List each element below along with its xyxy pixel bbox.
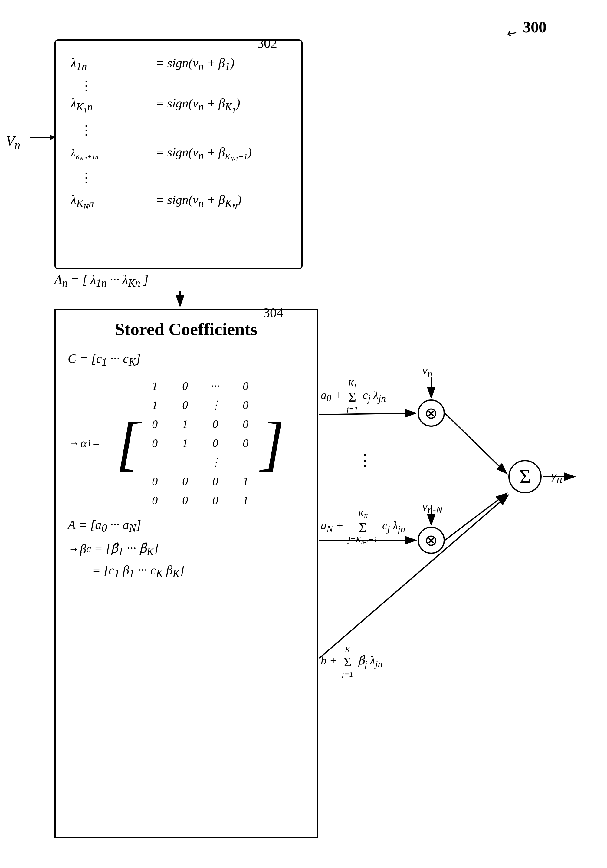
- stored-coefficients-title: Stored Coefficients: [68, 319, 304, 339]
- box-304: Stored Coefficients C = [c1 ··· cK] → α1…: [54, 309, 318, 839]
- formula-mid: aN + KN Σ j=KN-1+1 cj λjn: [321, 508, 405, 545]
- svg-line-8: [445, 493, 507, 540]
- eq-line-3: λKN-1+1n = sign(vn + βKN-1+1): [71, 145, 286, 163]
- alpha-matrix: → α1 = [ 1 0 ··· 0 1 0 ⋮ 0 0 1 0 0 0 1 0: [68, 377, 304, 508]
- vn-n-label: vn-N: [422, 499, 443, 516]
- eq-line-2: λK1n = sign(vn + βK1): [71, 96, 286, 115]
- a-formula: A = [a0 ··· aN]: [68, 518, 304, 535]
- vn-input-label: Vn: [6, 133, 20, 152]
- eq-line-4: λKNn = sign(vn + βKN): [71, 192, 286, 211]
- c-formula: C = [c1 ··· cK]: [68, 351, 304, 368]
- vn-arrow: [30, 137, 54, 138]
- svg-line-7: [445, 413, 507, 474]
- beta-expand: = [c1 β1 ··· cK βK]: [68, 563, 304, 580]
- vdots-2: ⋮: [80, 122, 286, 137]
- mult-circle-top: ⊗: [418, 400, 445, 427]
- arrow-300: ↗: [503, 25, 520, 42]
- lambda-n-formula: Λn = [ λ1n ··· λKn ]: [54, 273, 149, 289]
- formula-top: a0 + K1 Σ j=1 cj λjn: [321, 378, 386, 414]
- vn-top-label: vn: [422, 363, 432, 380]
- yn-label: yn: [551, 468, 562, 485]
- vdots-1: ⋮: [80, 78, 286, 93]
- label-300: 300: [523, 18, 547, 36]
- beta-formula: → βc = [β̂1 ··· β̂K]: [68, 541, 304, 558]
- formula-bot: b + K Σ j=1 β̂j λjn: [321, 645, 382, 679]
- vdots-formulas: ⋮: [357, 451, 373, 469]
- box-302: λ1n = sign(vn + β1) ⋮ λK1n = sign(vn + β…: [54, 39, 303, 269]
- diagram-container: 300 ↗ λ1n = sign(vn + β1) ⋮ λK1n = sign(…: [0, 0, 607, 868]
- sum-circle: Σ: [508, 460, 542, 493]
- label-302: 302: [257, 36, 277, 51]
- label-304: 304: [263, 305, 283, 321]
- vdots-3: ⋮: [80, 170, 286, 185]
- mult-circle-mid: ⊗: [418, 527, 445, 554]
- eq-line-1: λ1n = sign(vn + β1): [71, 56, 286, 73]
